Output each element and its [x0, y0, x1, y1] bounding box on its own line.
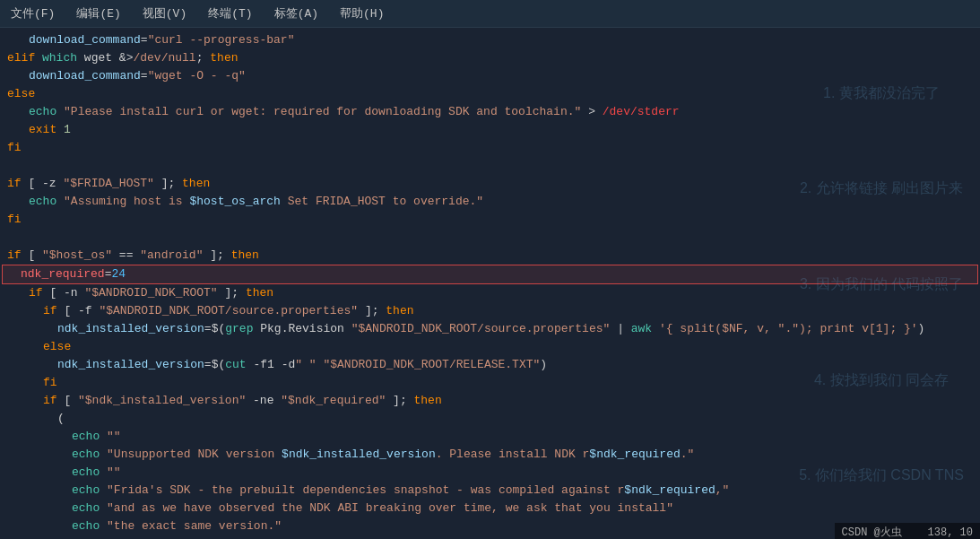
code-line-7: fi: [0, 139, 980, 157]
code-line-26: echo "Frida's SDK - the prebuilt depende…: [0, 482, 980, 500]
code-line-1: download_command="curl --progress-bar": [0, 31, 980, 49]
code-line-19: ndk_installed_version=$(cut -f1 -d" " "$…: [0, 356, 980, 374]
menu-tags[interactable]: 标签(A): [271, 4, 322, 23]
code-line-29: echo "": [0, 535, 980, 539]
code-line-20: fi: [0, 374, 980, 392]
code-line-15: if [ -n "$ANDROID_NDK_ROOT" ]; then: [0, 284, 980, 302]
menu-bar: 文件(F) 编辑(E) 视图(V) 终端(T) 标签(A) 帮助(H): [0, 0, 980, 28]
code-line-4: else: [0, 85, 980, 103]
code-line-22: (: [0, 410, 980, 428]
code-line-3: download_command="wget -O - -q": [0, 67, 980, 85]
code-line-23: echo "": [0, 428, 980, 446]
code-line-28: echo "the exact same version.": [0, 517, 980, 535]
code-area: download_command="curl --progress-bar" e…: [0, 28, 980, 539]
code-line-18: else: [0, 338, 980, 356]
code-line-14-highlighted: ndk_required=24: [2, 265, 978, 284]
code-line-16: if [ -f "$ANDROID_NDK_ROOT/source.proper…: [0, 302, 980, 320]
menu-edit[interactable]: 编辑(E): [73, 4, 124, 23]
code-line-11: fi: [0, 211, 980, 229]
code-line-8: [0, 157, 980, 175]
code-line-10: echo "Assuming host is $host_os_arch Set…: [0, 193, 980, 211]
code-line-9: if [ -z "$FRIDA_HOST" ]; then: [0, 175, 980, 193]
csdn-label: CSDN @火虫: [842, 526, 902, 539]
menu-help[interactable]: 帮助(H): [336, 4, 387, 23]
code-line-27: echo "and as we have observed the NDK AB…: [0, 500, 980, 517]
menu-terminal[interactable]: 终端(T): [204, 4, 256, 23]
bottom-bar: CSDN @火虫 138, 10: [835, 523, 980, 539]
coords: 138, 10: [928, 526, 973, 539]
code-line-13: if [ "$host_os" == "android" ]; then: [0, 247, 980, 265]
code-line-24: echo "Unsupported NDK version $ndk_insta…: [0, 446, 980, 464]
code-line-25: echo "": [0, 464, 980, 482]
code-line-5: echo "Please install curl or wget: requi…: [0, 103, 980, 121]
menu-view[interactable]: 视图(V): [139, 4, 190, 23]
code-line-21: if [ "$ndk_installed_version" -ne "$ndk_…: [0, 392, 980, 410]
code-line-2: elif which wget &>/dev/null; then: [0, 49, 980, 67]
code-line-12: [0, 229, 980, 247]
code-line-6: exit 1: [0, 121, 980, 139]
code-line-17: ndk_installed_version=$(grep Pkg.Revisio…: [0, 320, 980, 338]
menu-file[interactable]: 文件(F): [7, 4, 58, 23]
